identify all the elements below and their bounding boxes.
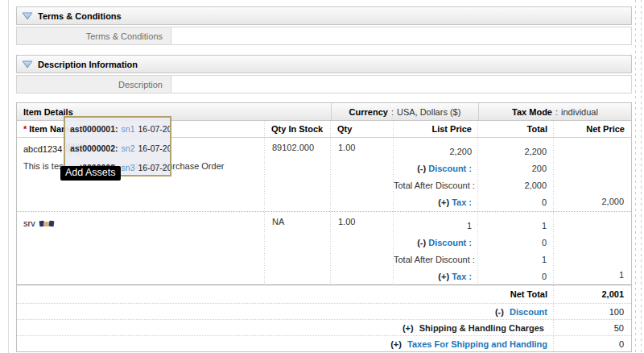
tax-link[interactable]: Tax : <box>452 272 472 281</box>
net-price-value: 1 <box>554 212 631 284</box>
item-row: srv NA 1.00 1 1 (-) <box>17 211 631 284</box>
qty-value: 1.00 <box>331 138 394 211</box>
description-field-row: Description <box>16 75 632 93</box>
total-value: 1 <box>478 221 554 230</box>
asset-serial-link[interactable]: sn2 <box>122 143 135 153</box>
item-name-cell: srv <box>17 212 265 284</box>
asset-serial-link[interactable]: sn3 <box>122 163 135 172</box>
discount-value: 0 <box>478 238 554 247</box>
terms-field-label: Terms & Conditions <box>17 27 171 44</box>
net-price-value: 2,000 <box>554 138 631 211</box>
tax-mode-label: Tax Mode <box>512 107 552 117</box>
total-after-discount-value: 2,000 <box>481 181 554 190</box>
add-assets-tooltip: Add Assets <box>60 166 121 181</box>
col-header-total: Total <box>478 121 554 137</box>
summary-discount-prefix: (-) <box>495 307 504 317</box>
asset-id: ast0000001: <box>70 124 118 134</box>
asset-date: 16-07-2014 <box>138 143 172 153</box>
total-after-discount-value: 1 <box>481 255 554 264</box>
terms-section-header[interactable]: Terms & Conditions <box>16 6 632 25</box>
discount-prefix: (-) <box>417 164 426 173</box>
col-header-list-price: List Price <box>394 121 478 137</box>
collapse-triangle-icon[interactable] <box>22 12 33 20</box>
tax-mode-value: individual <box>561 107 598 117</box>
currency-cell: Currency : USA, Dollars ($) <box>331 103 478 120</box>
total-after-discount-label: Total After Discount : <box>394 181 481 190</box>
item-name: srv <box>23 218 35 228</box>
summary-shipping-value: 50 <box>554 323 631 333</box>
description-section-header[interactable]: Description Information <box>16 55 632 73</box>
total-after-discount-label: Total After Discount : <box>394 255 481 264</box>
asset-list-item[interactable]: ast0000001: sn1 16-07-2014 <box>70 119 170 139</box>
summary-shipping-row: (+) Shipping & Handling Charges 50 <box>17 319 631 335</box>
list-price-value: 2,200 <box>394 147 478 156</box>
discount-link[interactable]: Discount : <box>428 164 472 173</box>
qty-in-stock-value: NA <box>265 212 331 284</box>
net-total-value: 2,001 <box>554 289 631 299</box>
summary-shipping-tax-link[interactable]: Taxes For Shipping and Handling <box>407 339 547 349</box>
summary-discount-row: (-) Discount 100 <box>17 303 631 319</box>
currency-label: Currency <box>349 107 388 117</box>
terms-field-row: Terms & Conditions <box>16 27 632 45</box>
currency-value: USA, Dollars ($) <box>397 107 460 117</box>
price-breakdown: 1 1 (-) Discount : 0 Total After Discoun… <box>394 212 554 284</box>
page-left-divider <box>8 0 9 353</box>
summary-shipping-tax-prefix: (+) <box>390 339 402 349</box>
item-name: abcd1234 <box>23 144 62 154</box>
required-marker: * <box>23 124 27 134</box>
tax-link[interactable]: Tax : <box>452 197 472 207</box>
terms-section: Terms & Conditions Terms & Conditions <box>16 6 632 45</box>
summary-shipping-tax-row: (+) Taxes For Shipping and Handling 0 <box>17 335 631 351</box>
col-header-qty: Qty <box>331 121 394 137</box>
discount-link[interactable]: Discount : <box>428 238 472 247</box>
total-value: 2,200 <box>478 147 554 156</box>
qty-in-stock-value: 89102.000 <box>265 138 331 211</box>
description-section: Description Information Description <box>16 55 632 93</box>
summary-shipping-prefix: (+) <box>402 323 414 333</box>
collapse-triangle-icon[interactable] <box>22 60 33 69</box>
asset-list-item[interactable]: ast0000002: sn2 16-07-2014 <box>70 139 170 158</box>
list-price-value: 1 <box>394 221 478 230</box>
qty-value: 1.00 <box>331 212 394 284</box>
tax-prefix: (+) <box>438 272 449 281</box>
discount-prefix: (-) <box>417 238 426 247</box>
summary-shipping-tax-value: 0 <box>554 339 631 349</box>
asset-serial-link[interactable]: sn1 <box>122 124 135 134</box>
net-total-label: Net Total <box>17 289 554 299</box>
tax-mode-cell: Tax Mode : individual <box>478 103 631 120</box>
tax-prefix: (+) <box>438 197 449 207</box>
tax-mode-separator: : <box>555 107 558 117</box>
summary-shipping-label: Shipping & Handling Charges <box>419 323 544 333</box>
tax-value: 0 <box>478 272 554 281</box>
price-breakdown: 2,200 2,200 (-) Discount : 200 Total Aft… <box>394 138 554 211</box>
tax-value: 0 <box>478 197 554 207</box>
currency-separator: : <box>391 107 394 117</box>
summary-discount-value: 100 <box>554 307 631 317</box>
summary-discount-link[interactable]: Discount <box>510 307 547 317</box>
asset-date: 16-07-2014 <box>138 163 172 172</box>
terms-section-title: Terms & Conditions <box>38 11 122 21</box>
net-total-row: Net Total 2,001 <box>17 284 631 303</box>
purchase-order-detail-page: Terms & Conditions Terms & Conditions De… <box>0 0 644 353</box>
description-field-value <box>171 76 631 93</box>
page-right-dotted-border <box>634 0 644 353</box>
col-header-qty-in-stock: Qty In Stock <box>265 121 331 137</box>
asset-id: ast0000002: <box>70 143 118 153</box>
handshake-service-icon <box>39 219 54 228</box>
col-header-net-price: Net Price <box>554 121 631 137</box>
description-section-title: Description Information <box>38 60 138 69</box>
asset-date: 16-07-2014 <box>138 124 172 134</box>
description-field-label: Description <box>17 76 171 93</box>
terms-field-value <box>171 27 631 44</box>
discount-value: 200 <box>478 164 554 173</box>
